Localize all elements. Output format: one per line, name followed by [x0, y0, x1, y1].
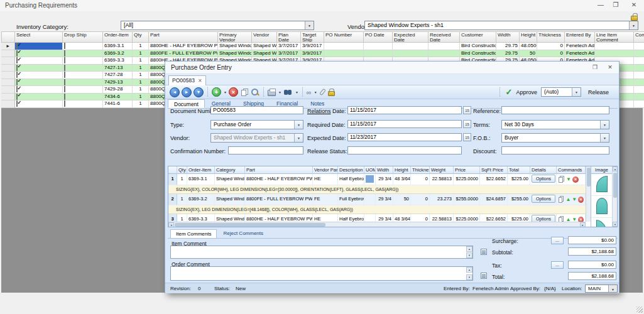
forward-icon[interactable]: ►	[182, 87, 192, 97]
command-icon[interactable]	[566, 175, 571, 185]
column-header[interactable]: PO Date	[364, 31, 393, 43]
grid-column-header[interactable]: Category	[215, 166, 245, 174]
table-row[interactable]: 6369-3.2 1 8800FE - FULL EYEBROW PW Shap…	[1, 50, 644, 58]
resize-grip[interactable]	[636, 306, 643, 313]
surcharge-more-button[interactable]: ...	[551, 237, 564, 244]
discount-input[interactable]	[501, 146, 609, 154]
down-arrow-icon[interactable]: ▼	[194, 87, 204, 97]
row-selector[interactable]	[1, 72, 15, 79]
dialog-close-button[interactable]: ✕	[606, 64, 614, 70]
calendar-icon[interactable]: 15	[463, 133, 471, 141]
grid-column-header[interactable]: Details	[530, 166, 557, 174]
command-icon[interactable]	[559, 177, 563, 183]
dialog-tab[interactable]: Document	[168, 99, 205, 108]
relations-link[interactable]: Relations	[307, 108, 331, 114]
column-header[interactable]: Order-Item	[103, 31, 133, 43]
column-header[interactable]: Plan Date	[277, 31, 301, 43]
column-header[interactable]: Customer	[460, 31, 496, 43]
dialog-tab[interactable]: Notes	[305, 99, 330, 108]
tab-close-icon[interactable]: ✕	[198, 78, 202, 84]
close-button[interactable]: ✕	[630, 1, 638, 8]
row-selector[interactable]	[1, 94, 15, 101]
column-header[interactable]: Thickness	[537, 31, 565, 43]
column-header[interactable]: Vendor	[252, 31, 277, 43]
column-header[interactable]: Width	[496, 31, 520, 43]
select-cell[interactable]	[15, 72, 63, 79]
recalculate-icon[interactable]	[481, 249, 487, 255]
row-selector[interactable]	[1, 57, 15, 65]
grid-column-header[interactable]: Weight	[430, 166, 454, 174]
attachment-icon[interactable]	[319, 89, 326, 96]
approve-button[interactable]: Approve	[516, 89, 537, 95]
type-select[interactable]: Purchase Order	[210, 120, 303, 129]
scroll-down-icon[interactable]: ▼	[613, 222, 618, 227]
command-icon[interactable]	[578, 217, 584, 222]
drop-ship-cell[interactable]	[63, 50, 103, 58]
grid-column-header[interactable]: Description	[338, 166, 364, 174]
terms-select[interactable]: Net 30 Days	[501, 120, 609, 129]
command-icon[interactable]	[559, 217, 562, 222]
select-cell[interactable]	[15, 79, 63, 87]
options-button[interactable]: Options	[532, 215, 555, 222]
drop-ship-checkbox[interactable]	[64, 94, 65, 100]
command-icon[interactable]	[572, 176, 579, 183]
expected-date-input[interactable]: 11/23/2017	[347, 133, 462, 141]
add-icon[interactable]: +	[212, 87, 221, 97]
grid-column-header[interactable]	[168, 166, 177, 174]
maximize-button[interactable]: ❐	[611, 1, 620, 8]
document-number-input[interactable]: PO00583	[210, 106, 303, 114]
document-tab[interactable]: PO00583✕	[168, 75, 206, 85]
item-comment-scrollbar[interactable]: ▲▼	[466, 246, 472, 258]
column-header[interactable]: Qty	[133, 31, 149, 43]
grid-column-header[interactable]: Thickness	[411, 166, 430, 174]
drop-ship-checkbox[interactable]	[64, 65, 65, 71]
command-icon[interactable]	[572, 195, 577, 205]
column-header[interactable]: Part	[149, 31, 218, 43]
drop-ship-cell[interactable]	[63, 86, 103, 94]
select-cell[interactable]	[15, 57, 63, 65]
drop-ship-checkbox[interactable]	[64, 86, 65, 92]
row-selector[interactable]	[1, 43, 15, 50]
back-icon[interactable]: ◄	[170, 87, 180, 97]
scroll-left-icon[interactable]: ◄	[168, 222, 174, 227]
select-cell[interactable]	[15, 94, 63, 101]
column-header[interactable]: Comm	[634, 31, 644, 43]
delete-icon[interactable]: ×	[229, 87, 238, 97]
select-cell[interactable]	[15, 86, 63, 94]
recalculate-icon[interactable]	[481, 273, 487, 279]
drop-ship-checkbox[interactable]	[64, 50, 65, 57]
column-header[interactable]: PO Number	[324, 31, 364, 43]
image-vertical-scrollbar[interactable]: ▲ ▼	[612, 166, 617, 227]
grid-column-header[interactable]: Commands	[557, 166, 586, 174]
row-selector[interactable]	[1, 100, 15, 108]
release-button[interactable]: Release	[585, 88, 612, 97]
links-icon[interactable]: ∞	[307, 88, 312, 97]
grid-vertical-scrollbar[interactable]	[586, 166, 591, 222]
column-header[interactable]: Line Item Comment	[595, 31, 634, 43]
inventory-category-select[interactable]: [All]	[121, 21, 314, 30]
select-checkbox[interactable]	[16, 65, 18, 71]
uom-cell[interactable]	[364, 174, 376, 185]
approve-mode-select[interactable]: (Auto)	[541, 87, 581, 97]
drop-ship-checkbox[interactable]	[64, 72, 65, 78]
search-icon[interactable]	[251, 88, 259, 97]
grid-column-header[interactable]: UOM	[364, 166, 376, 174]
command-icon[interactable]	[565, 195, 570, 205]
column-header[interactable]: Select	[15, 31, 63, 43]
links-dropdown-icon[interactable]: ▼	[314, 90, 317, 94]
select-checkbox[interactable]	[16, 94, 18, 100]
drop-ship-cell[interactable]	[63, 79, 103, 87]
find-icon[interactable]	[283, 89, 293, 96]
column-header[interactable]: Expected Date	[393, 31, 428, 43]
drop-ship-checkbox[interactable]	[64, 57, 65, 63]
grid-row[interactable]: 3 1 6369-3.3 Shaped Windows 8800HE - HAL…	[168, 214, 586, 222]
drop-ship-checkbox[interactable]	[64, 43, 65, 49]
drop-ship-cell[interactable]	[63, 72, 103, 79]
minimize-button[interactable]: —	[596, 1, 605, 8]
column-header[interactable]: Entered By	[565, 31, 595, 43]
column-header[interactable]: Target Ship Date	[301, 31, 324, 43]
row-selector[interactable]	[1, 65, 15, 72]
grid-column-header[interactable]: Vendor Part	[313, 166, 338, 174]
column-header[interactable]	[1, 31, 15, 43]
grid-row[interactable]: 2 1 6369-3.2 Shaped Windows 8800FE - FUL…	[168, 194, 586, 205]
